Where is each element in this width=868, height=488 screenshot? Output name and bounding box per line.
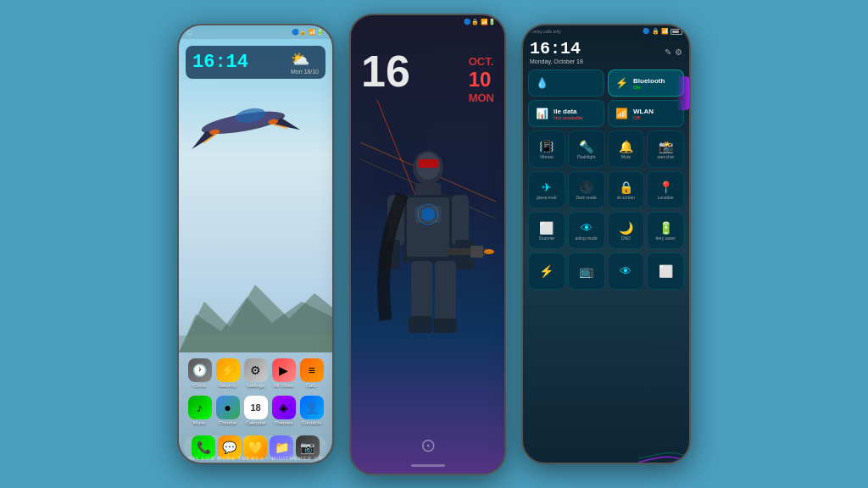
ctrl-screenshot[interactable]: 📸 reenshot	[647, 130, 684, 168]
phone1-status-left: □	[187, 30, 191, 36]
phone2-bottom-indicator	[411, 464, 445, 467]
ctrl-darkmode[interactable]: 🌑 Dark mode	[568, 171, 605, 208]
phone3-top-icons: ✎ ⚙	[665, 47, 682, 57]
water-icon: 💧	[536, 77, 548, 89]
app-security[interactable]: ⚡ Security	[216, 358, 240, 388]
ctrl-mute[interactable]: 🔔 Mute	[608, 130, 645, 168]
phone3-statusbar: ...ency calls only 🔵 🔒 📶	[523, 25, 689, 37]
reading-label: ading mode	[576, 236, 598, 241]
watermark: VISIT FOR MORE THEMES - MIUITHEMER.COM	[179, 454, 332, 463]
ctrl-extra-4[interactable]: ⬜	[647, 252, 684, 290]
battery-saver-label: ttery saver	[655, 236, 675, 241]
controls-grid-1: 📳 Vibrate 🔦 Flashlight 🔔 Mute 📸 reenshot	[523, 129, 689, 169]
edit-icon[interactable]: ✎	[665, 47, 671, 57]
controls-grid-3: ⬜ Scanner 👁 ading mode 🌙 DND 🔋 ttery sav…	[523, 210, 689, 251]
chrome-icon: ●	[216, 396, 240, 419]
ctrl-extra-1[interactable]: ⚡	[528, 252, 565, 290]
phone3-accent-decoration	[676, 76, 689, 110]
app-calculator[interactable]: ≡ Calc.	[300, 358, 324, 388]
phone2-day: 10	[469, 68, 494, 92]
wlan-status: Off	[633, 115, 654, 120]
tiles-row-2: 📊 ile data Not available 📶 WLAN Off	[528, 100, 684, 127]
ctrl-reading[interactable]: 👁 ading mode	[568, 212, 605, 249]
contacts-icon: 👤	[300, 396, 324, 419]
flashlight-icon: 🔦	[579, 140, 593, 153]
extra1-icon: ⚡	[539, 264, 554, 278]
phone3-accent-svg	[638, 437, 689, 463]
tiles-row-1: 💧 ⚡ Bluetooth On	[528, 69, 684, 97]
location-icon: 📍	[659, 180, 673, 194]
svg-rect-11	[179, 336, 332, 352]
chrome-label: Chrome	[219, 420, 236, 425]
wlan-label: WLAN	[633, 108, 654, 115]
ctrl-extra-3[interactable]: 👁	[608, 252, 645, 290]
mobile-data-icon: 📊	[536, 108, 548, 119]
darkmode-icon: 🌑	[579, 180, 593, 194]
settings-icon-top[interactable]: ⚙	[675, 47, 682, 57]
ctrl-battery-saver[interactable]: 🔋 ttery saver	[647, 212, 684, 249]
location-label: Location	[658, 195, 674, 200]
bluetooth-icon: ⚡	[615, 77, 628, 89]
phone3-status-icons: 🔵 🔒 📶	[643, 28, 682, 35]
phones-container: □ 🔵🔒 📶🔋 16:14 ⛅ Mon 18/10	[0, 0, 868, 488]
phone1-screen: □ 🔵🔒 📶🔋 16:14 ⛅ Mon 18/10	[179, 25, 332, 463]
app-music[interactable]: ♪ Music	[188, 396, 212, 425]
calendar-label: Calendar	[245, 420, 265, 425]
ctrl-location[interactable]: 📍 Location	[647, 171, 684, 208]
svg-point-22	[421, 208, 435, 221]
bluetooth-status-icon: 🔵	[643, 28, 650, 35]
app-mivideo[interactable]: ▶ Mi Video	[272, 358, 296, 388]
ctrl-flashlight[interactable]: 🔦 Flashlight	[568, 130, 605, 168]
reading-icon: 👁	[581, 221, 593, 235]
tile-bluetooth[interactable]: ⚡ Bluetooth On	[608, 69, 684, 97]
app-clock[interactable]: 🕐 Clock	[188, 358, 212, 388]
app-settings[interactable]: ⚙ Settings	[244, 358, 268, 388]
ctrl-scanner[interactable]: ⬜ Scanner	[528, 212, 565, 249]
ctrl-dnd[interactable]: 🌙 DND	[608, 212, 645, 249]
phone3-status-text: ...ency calls only	[530, 29, 561, 34]
phone-2: 🔵🔒 📶🔋 16 OCT. 10 MON	[349, 14, 506, 475]
phone2-status-right: 🔵🔒 📶🔋	[464, 19, 496, 25]
ctrl-extra-2[interactable]: 📺	[568, 252, 605, 290]
landscape	[179, 268, 332, 352]
control-tiles: 💧 ⚡ Bluetooth On	[523, 68, 689, 129]
tile-bluetooth-text: Bluetooth On	[633, 77, 665, 90]
phone2-character	[360, 100, 496, 405]
phone3-screen: ...ency calls only 🔵 🔒 📶 16:14 Monday, O…	[523, 25, 689, 463]
dnd-icon: 🌙	[619, 221, 633, 235]
wlan-icon: 📶	[615, 108, 628, 119]
app-contacts[interactable]: 👤 Contacts	[300, 396, 324, 425]
svg-rect-32	[409, 316, 432, 333]
app-themes[interactable]: ◈ Themes	[272, 396, 296, 425]
controls-grid-4: ⚡ 📺 👁 ⬜	[523, 251, 689, 291]
lock-status-icon: 🔒	[652, 28, 659, 35]
svg-rect-33	[433, 319, 457, 333]
app-chrome[interactable]: ● Chrome	[216, 396, 240, 425]
airplane-icon: ✈	[542, 180, 552, 194]
tile-mobile-data[interactable]: 📊 ile data Not available	[528, 100, 604, 127]
controls-grid-2: ✈ plane mod 🌑 Dark mode 🔒 ck screen 📍 Lo…	[523, 169, 689, 210]
weather-container: ⛅ Mon 18/10	[291, 50, 319, 75]
ctrl-airplane[interactable]: ✈ plane mod	[528, 171, 565, 208]
calculator-label: Calc.	[306, 383, 318, 388]
tile-wlan[interactable]: 📶 WLAN Off	[608, 100, 684, 127]
app-calendar[interactable]: 18 Calendar	[244, 396, 268, 425]
phone2-fingerprint-icon[interactable]: ⊙	[420, 435, 436, 457]
tile-water[interactable]: 💧	[528, 69, 604, 97]
flashlight-label: Flashlight	[577, 154, 595, 159]
phone1-date: Mon 18/10	[291, 69, 319, 75]
settings-label: Settings	[247, 383, 265, 388]
clock-icon: 🕐	[188, 358, 212, 382]
bluetooth-label: Bluetooth	[633, 77, 665, 85]
tile-mobile-data-text: ile data Not available	[554, 108, 583, 120]
phone1-clock-widget: 16:14 ⛅ Mon 18/10	[186, 46, 326, 79]
phone2-hour: 16	[361, 49, 410, 93]
ctrl-vibrate[interactable]: 📳 Vibrate	[528, 130, 565, 168]
lockscreen-icon: 🔒	[619, 180, 633, 194]
tile-wlan-text: WLAN Off	[633, 108, 654, 120]
battery-saver-icon: 🔋	[659, 221, 673, 235]
mute-icon: 🔔	[619, 140, 633, 153]
mivideo-icon: ▶	[272, 358, 296, 382]
calendar-icon: 18	[244, 396, 268, 419]
ctrl-lockscreen[interactable]: 🔒 ck screen	[608, 171, 645, 208]
